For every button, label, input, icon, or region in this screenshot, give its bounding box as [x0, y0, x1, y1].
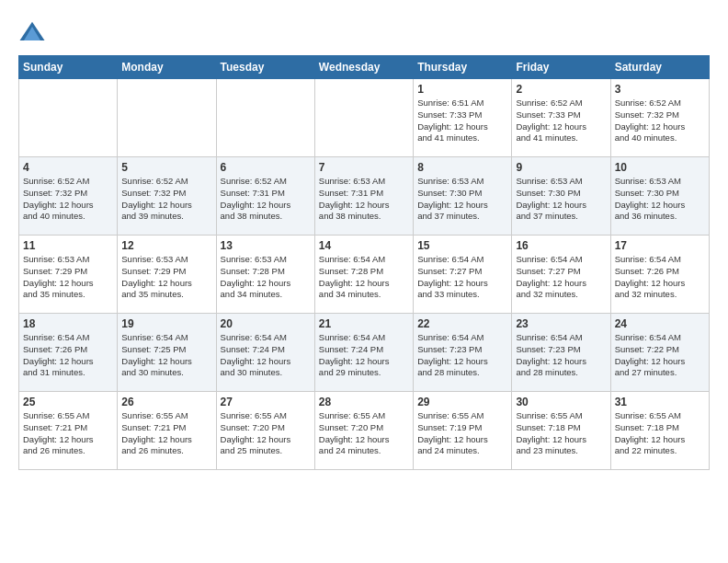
calendar-cell: 2Sunrise: 6:52 AM Sunset: 7:33 PM Daylig… — [512, 79, 610, 157]
calendar-cell: 11Sunrise: 6:53 AM Sunset: 7:29 PM Dayli… — [19, 236, 118, 314]
col-header-sunday: Sunday — [19, 56, 118, 79]
day-number: 26 — [121, 396, 211, 408]
day-detail: Sunrise: 6:54 AM Sunset: 7:24 PM Dayligh… — [319, 332, 409, 379]
calendar-cell: 16Sunrise: 6:54 AM Sunset: 7:27 PM Dayli… — [512, 236, 610, 314]
day-detail: Sunrise: 6:54 AM Sunset: 7:23 PM Dayligh… — [516, 332, 606, 379]
col-header-friday: Friday — [512, 56, 610, 79]
page-header — [18, 18, 710, 46]
week-row-4: 18Sunrise: 6:54 AM Sunset: 7:26 PM Dayli… — [19, 314, 710, 392]
col-header-monday: Monday — [118, 56, 216, 79]
day-number: 11 — [23, 239, 113, 252]
day-number: 3 — [615, 83, 705, 96]
calendar-cell — [19, 79, 118, 157]
day-detail: Sunrise: 6:55 AM Sunset: 7:20 PM Dayligh… — [221, 410, 311, 457]
day-detail: Sunrise: 6:53 AM Sunset: 7:29 PM Dayligh… — [121, 254, 211, 301]
week-row-3: 11Sunrise: 6:53 AM Sunset: 7:29 PM Dayli… — [19, 236, 710, 314]
day-number: 8 — [417, 161, 507, 174]
calendar-cell: 3Sunrise: 6:52 AM Sunset: 7:32 PM Daylig… — [610, 79, 709, 157]
day-number: 28 — [319, 396, 409, 408]
calendar-cell: 20Sunrise: 6:54 AM Sunset: 7:24 PM Dayli… — [216, 314, 314, 392]
col-header-tuesday: Tuesday — [216, 56, 314, 79]
calendar-cell: 23Sunrise: 6:54 AM Sunset: 7:23 PM Dayli… — [512, 314, 610, 392]
calendar-cell: 12Sunrise: 6:53 AM Sunset: 7:29 PM Dayli… — [118, 236, 216, 314]
calendar-cell: 6Sunrise: 6:52 AM Sunset: 7:31 PM Daylig… — [216, 157, 314, 236]
calendar-table: SundayMondayTuesdayWednesdayThursdayFrid… — [18, 55, 710, 470]
day-detail: Sunrise: 6:54 AM Sunset: 7:27 PM Dayligh… — [417, 254, 507, 301]
calendar-cell: 22Sunrise: 6:54 AM Sunset: 7:23 PM Dayli… — [414, 314, 512, 392]
day-number: 18 — [23, 317, 113, 330]
day-detail: Sunrise: 6:54 AM Sunset: 7:25 PM Dayligh… — [121, 332, 211, 379]
day-detail: Sunrise: 6:55 AM Sunset: 7:21 PM Dayligh… — [23, 410, 113, 457]
day-number: 12 — [121, 239, 211, 252]
calendar-cell: 29Sunrise: 6:55 AM Sunset: 7:19 PM Dayli… — [414, 392, 512, 470]
calendar-cell: 1Sunrise: 6:51 AM Sunset: 7:33 PM Daylig… — [414, 79, 512, 157]
day-number: 27 — [221, 396, 311, 408]
calendar-cell: 10Sunrise: 6:53 AM Sunset: 7:30 PM Dayli… — [610, 157, 709, 236]
calendar-cell: 19Sunrise: 6:54 AM Sunset: 7:25 PM Dayli… — [118, 314, 216, 392]
day-detail: Sunrise: 6:54 AM Sunset: 7:24 PM Dayligh… — [221, 332, 311, 379]
calendar-cell: 8Sunrise: 6:53 AM Sunset: 7:30 PM Daylig… — [414, 157, 512, 236]
day-number: 5 — [121, 161, 211, 174]
day-number: 16 — [516, 239, 606, 252]
day-detail: Sunrise: 6:54 AM Sunset: 7:28 PM Dayligh… — [319, 254, 409, 301]
calendar-cell: 7Sunrise: 6:53 AM Sunset: 7:31 PM Daylig… — [314, 157, 413, 236]
calendar-cell — [118, 79, 216, 157]
calendar-cell — [314, 79, 413, 157]
day-detail: Sunrise: 6:52 AM Sunset: 7:32 PM Dayligh… — [615, 98, 705, 144]
day-number: 25 — [23, 396, 113, 408]
day-number: 29 — [417, 396, 507, 408]
calendar-cell: 4Sunrise: 6:52 AM Sunset: 7:32 PM Daylig… — [19, 157, 118, 236]
calendar-cell: 14Sunrise: 6:54 AM Sunset: 7:28 PM Dayli… — [314, 236, 413, 314]
calendar-cell: 26Sunrise: 6:55 AM Sunset: 7:21 PM Dayli… — [118, 392, 216, 470]
day-number: 6 — [221, 161, 311, 174]
day-detail: Sunrise: 6:52 AM Sunset: 7:31 PM Dayligh… — [221, 176, 311, 223]
day-number: 1 — [417, 83, 507, 96]
calendar-cell: 28Sunrise: 6:55 AM Sunset: 7:20 PM Dayli… — [314, 392, 413, 470]
day-number: 19 — [121, 317, 211, 330]
day-detail: Sunrise: 6:54 AM Sunset: 7:22 PM Dayligh… — [615, 332, 705, 379]
day-detail: Sunrise: 6:51 AM Sunset: 7:33 PM Dayligh… — [417, 98, 507, 144]
header-row: SundayMondayTuesdayWednesdayThursdayFrid… — [19, 56, 710, 79]
day-detail: Sunrise: 6:55 AM Sunset: 7:19 PM Dayligh… — [417, 410, 507, 457]
day-number: 20 — [221, 317, 311, 330]
day-number: 13 — [221, 239, 311, 252]
day-detail: Sunrise: 6:53 AM Sunset: 7:29 PM Dayligh… — [23, 254, 113, 301]
day-detail: Sunrise: 6:53 AM Sunset: 7:31 PM Dayligh… — [319, 176, 409, 223]
day-number: 30 — [516, 396, 606, 408]
calendar-cell: 15Sunrise: 6:54 AM Sunset: 7:27 PM Dayli… — [414, 236, 512, 314]
day-detail: Sunrise: 6:53 AM Sunset: 7:30 PM Dayligh… — [516, 176, 606, 223]
day-number: 15 — [417, 239, 507, 252]
calendar-cell: 5Sunrise: 6:52 AM Sunset: 7:32 PM Daylig… — [118, 157, 216, 236]
calendar-cell: 17Sunrise: 6:54 AM Sunset: 7:26 PM Dayli… — [610, 236, 709, 314]
day-number: 23 — [516, 317, 606, 330]
day-detail: Sunrise: 6:53 AM Sunset: 7:28 PM Dayligh… — [221, 254, 311, 301]
day-detail: Sunrise: 6:55 AM Sunset: 7:20 PM Dayligh… — [319, 410, 409, 457]
day-detail: Sunrise: 6:52 AM Sunset: 7:32 PM Dayligh… — [23, 176, 113, 223]
day-detail: Sunrise: 6:54 AM Sunset: 7:27 PM Dayligh… — [516, 254, 606, 301]
day-number: 31 — [615, 396, 705, 408]
day-detail: Sunrise: 6:54 AM Sunset: 7:26 PM Dayligh… — [615, 254, 705, 301]
day-number: 2 — [516, 83, 606, 96]
week-row-1: 1Sunrise: 6:51 AM Sunset: 7:33 PM Daylig… — [19, 79, 710, 157]
logo-icon — [18, 18, 46, 46]
day-number: 4 — [23, 161, 113, 174]
day-number: 17 — [615, 239, 705, 252]
day-detail: Sunrise: 6:54 AM Sunset: 7:26 PM Dayligh… — [23, 332, 113, 379]
day-detail: Sunrise: 6:53 AM Sunset: 7:30 PM Dayligh… — [417, 176, 507, 223]
calendar-cell — [216, 79, 314, 157]
day-number: 14 — [319, 239, 409, 252]
calendar-cell: 25Sunrise: 6:55 AM Sunset: 7:21 PM Dayli… — [19, 392, 118, 470]
day-number: 24 — [615, 317, 705, 330]
week-row-2: 4Sunrise: 6:52 AM Sunset: 7:32 PM Daylig… — [19, 157, 710, 236]
calendar-cell: 30Sunrise: 6:55 AM Sunset: 7:18 PM Dayli… — [512, 392, 610, 470]
day-detail: Sunrise: 6:55 AM Sunset: 7:18 PM Dayligh… — [615, 410, 705, 457]
col-header-wednesday: Wednesday — [314, 56, 413, 79]
calendar-cell: 24Sunrise: 6:54 AM Sunset: 7:22 PM Dayli… — [610, 314, 709, 392]
col-header-thursday: Thursday — [414, 56, 512, 79]
day-number: 10 — [615, 161, 705, 174]
calendar-cell: 18Sunrise: 6:54 AM Sunset: 7:26 PM Dayli… — [19, 314, 118, 392]
calendar-cell: 9Sunrise: 6:53 AM Sunset: 7:30 PM Daylig… — [512, 157, 610, 236]
day-detail: Sunrise: 6:53 AM Sunset: 7:30 PM Dayligh… — [615, 176, 705, 223]
day-number: 22 — [417, 317, 507, 330]
day-number: 21 — [319, 317, 409, 330]
